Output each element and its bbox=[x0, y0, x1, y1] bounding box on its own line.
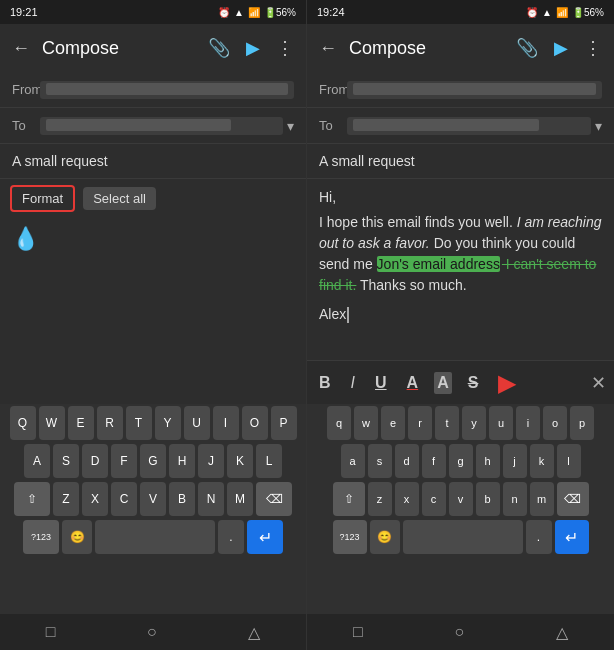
key-F[interactable]: F bbox=[111, 444, 137, 478]
key-shift[interactable]: ⇧ bbox=[14, 482, 50, 516]
format-close-icon[interactable]: ✕ bbox=[591, 372, 606, 394]
format-button[interactable]: Format bbox=[10, 185, 75, 212]
nav-square-icon[interactable]: □ bbox=[46, 623, 56, 641]
select-all-button[interactable]: Select all bbox=[83, 187, 156, 210]
key-O[interactable]: O bbox=[242, 406, 268, 440]
key-period[interactable]: . bbox=[218, 520, 244, 554]
signal-icon: ▲ bbox=[234, 7, 244, 18]
underline-icon[interactable]: U bbox=[371, 370, 391, 396]
key-D[interactable]: D bbox=[82, 444, 108, 478]
rkey-sym[interactable]: ?123 bbox=[333, 520, 367, 554]
key-W[interactable]: W bbox=[39, 406, 65, 440]
rkey-c[interactable]: c bbox=[422, 482, 446, 516]
key-I[interactable]: I bbox=[213, 406, 239, 440]
rkey-s[interactable]: s bbox=[368, 444, 392, 478]
key-Z[interactable]: Z bbox=[53, 482, 79, 516]
left-from-row: From bbox=[0, 72, 306, 108]
highlight-icon[interactable]: A bbox=[434, 372, 452, 394]
rkey-emoji[interactable]: 😊 bbox=[370, 520, 400, 554]
rkey-t[interactable]: t bbox=[435, 406, 459, 440]
key-R[interactable]: R bbox=[97, 406, 123, 440]
rkey-w[interactable]: w bbox=[354, 406, 378, 440]
nav-triangle-icon[interactable]: △ bbox=[248, 623, 260, 642]
rkey-r[interactable]: r bbox=[408, 406, 432, 440]
key-B[interactable]: B bbox=[169, 482, 195, 516]
key-Q[interactable]: Q bbox=[10, 406, 36, 440]
left-send-icon[interactable]: ▶ bbox=[242, 33, 264, 63]
rkey-a[interactable]: a bbox=[341, 444, 365, 478]
left-more-icon[interactable]: ⋮ bbox=[272, 33, 298, 63]
key-S[interactable]: S bbox=[53, 444, 79, 478]
font-color-icon[interactable]: A bbox=[403, 370, 423, 396]
key-X[interactable]: X bbox=[82, 482, 108, 516]
rkey-i[interactable]: i bbox=[516, 406, 540, 440]
key-H[interactable]: H bbox=[169, 444, 195, 478]
key-sym[interactable]: ?123 bbox=[23, 520, 59, 554]
rkey-m[interactable]: m bbox=[530, 482, 554, 516]
rkey-n[interactable]: n bbox=[503, 482, 527, 516]
rkey-period[interactable]: . bbox=[526, 520, 552, 554]
key-enter[interactable]: ↵ bbox=[247, 520, 283, 554]
key-space[interactable] bbox=[95, 520, 215, 554]
key-P[interactable]: P bbox=[271, 406, 297, 440]
rkey-l[interactable]: l bbox=[557, 444, 581, 478]
bold-icon[interactable]: B bbox=[315, 370, 335, 396]
left-attach-icon[interactable]: 📎 bbox=[204, 33, 234, 63]
key-G[interactable]: G bbox=[140, 444, 166, 478]
right-send-icon[interactable]: ▶ bbox=[550, 33, 572, 63]
rNav-triangle-icon[interactable]: △ bbox=[556, 623, 568, 642]
key-L[interactable]: L bbox=[256, 444, 282, 478]
rNav-square-icon[interactable]: □ bbox=[353, 623, 363, 641]
rkey-space[interactable] bbox=[403, 520, 523, 554]
right-attach-icon[interactable]: 📎 bbox=[512, 33, 542, 63]
rkey-d[interactable]: d bbox=[395, 444, 419, 478]
rkey-k[interactable]: k bbox=[530, 444, 554, 478]
key-M[interactable]: M bbox=[227, 482, 253, 516]
rkey-j[interactable]: j bbox=[503, 444, 527, 478]
rkey-g[interactable]: g bbox=[449, 444, 473, 478]
right-back-icon[interactable]: ← bbox=[315, 34, 341, 63]
key-T[interactable]: T bbox=[126, 406, 152, 440]
rkey-e[interactable]: e bbox=[381, 406, 405, 440]
right-email-content[interactable]: Hi, I hope this email finds you well. I … bbox=[307, 179, 614, 360]
right-subject: A small request bbox=[319, 153, 415, 169]
rkey-q[interactable]: q bbox=[327, 406, 351, 440]
rkey-b[interactable]: b bbox=[476, 482, 500, 516]
nav-circle-icon[interactable]: ○ bbox=[147, 623, 157, 641]
rkey-o[interactable]: o bbox=[543, 406, 567, 440]
key-A[interactable]: A bbox=[24, 444, 50, 478]
strikethrough-icon[interactable]: S bbox=[464, 370, 483, 396]
key-N[interactable]: N bbox=[198, 482, 224, 516]
rkey-u[interactable]: u bbox=[489, 406, 513, 440]
key-U[interactable]: U bbox=[184, 406, 210, 440]
left-to-row: To ▾ bbox=[0, 108, 306, 144]
key-V[interactable]: V bbox=[140, 482, 166, 516]
right-app-bar: ← Compose 📎 ▶ ⋮ bbox=[307, 24, 614, 72]
email-body: Hi, I hope this email finds you well. I … bbox=[319, 187, 602, 325]
key-E[interactable]: E bbox=[68, 406, 94, 440]
italic-icon[interactable]: I bbox=[347, 370, 359, 396]
rkey-x[interactable]: x bbox=[395, 482, 419, 516]
key-J[interactable]: J bbox=[198, 444, 224, 478]
rkey-shift[interactable]: ⇧ bbox=[333, 482, 365, 516]
rkey-p[interactable]: p bbox=[570, 406, 594, 440]
rkey-f[interactable]: f bbox=[422, 444, 446, 478]
email-highlighted: Jon's email address bbox=[377, 256, 500, 272]
rkey-h[interactable]: h bbox=[476, 444, 500, 478]
rNav-circle-icon[interactable]: ○ bbox=[454, 623, 464, 641]
rkey-delete[interactable]: ⌫ bbox=[557, 482, 589, 516]
right-signal-icon: ▲ bbox=[542, 7, 552, 18]
left-back-icon[interactable]: ← bbox=[8, 34, 34, 63]
arrow-right-icon[interactable]: ▶ bbox=[498, 369, 516, 397]
right-more-icon[interactable]: ⋮ bbox=[580, 33, 606, 63]
left-toolbar-row: Format Select all bbox=[0, 179, 306, 218]
rkey-enter[interactable]: ↵ bbox=[555, 520, 589, 554]
key-C[interactable]: C bbox=[111, 482, 137, 516]
rkey-y[interactable]: y bbox=[462, 406, 486, 440]
rkey-z[interactable]: z bbox=[368, 482, 392, 516]
key-emoji[interactable]: 😊 bbox=[62, 520, 92, 554]
rkey-v[interactable]: v bbox=[449, 482, 473, 516]
key-K[interactable]: K bbox=[227, 444, 253, 478]
key-Y[interactable]: Y bbox=[155, 406, 181, 440]
key-delete[interactable]: ⌫ bbox=[256, 482, 292, 516]
